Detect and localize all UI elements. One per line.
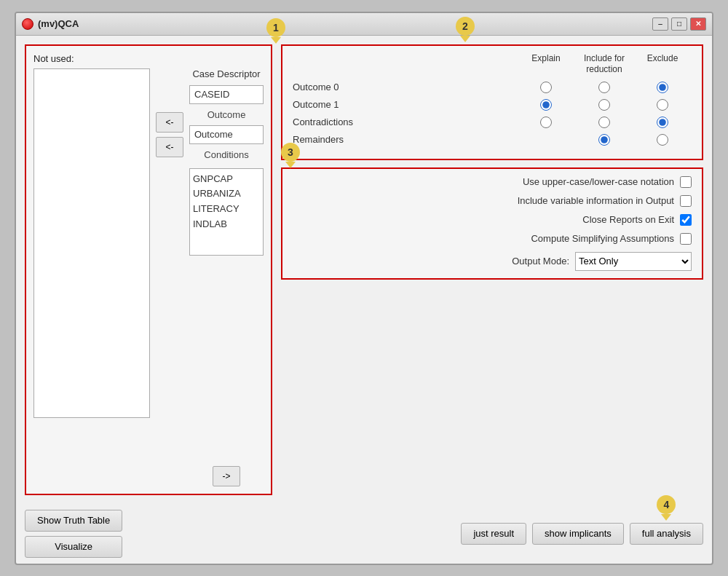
callout-1-group: 1 bbox=[266, 18, 285, 44]
outcome1-explain-radio[interactable] bbox=[540, 99, 552, 111]
option2-checkbox[interactable] bbox=[680, 195, 692, 207]
radio-row-contradictions: Contradictions bbox=[293, 117, 692, 128]
remainders-include-radio[interactable] bbox=[598, 134, 610, 146]
case-descriptor-label: Case Descriptor bbox=[189, 68, 264, 79]
contradictions-explain-radio[interactable] bbox=[540, 117, 552, 128]
option3-checkbox[interactable] bbox=[680, 214, 692, 226]
radio-header: Explain Include for reduction Exclude bbox=[293, 53, 692, 76]
outcome1-exclude-col bbox=[633, 99, 692, 111]
option-row-1: Use upper-case/lower-case notation bbox=[293, 176, 692, 188]
not-used-label: Not used: bbox=[33, 53, 264, 64]
contradictions-include-radio[interactable] bbox=[598, 117, 610, 128]
maximize-button[interactable]: □ bbox=[671, 17, 687, 31]
header-explain: Explain bbox=[517, 53, 575, 76]
not-used-list[interactable] bbox=[33, 68, 150, 418]
move-left-btn-1[interactable]: <- bbox=[156, 112, 183, 133]
options-section: 3 Use upper-case/lower-case notation Inc… bbox=[281, 167, 703, 280]
outcome1-include-col bbox=[575, 99, 633, 111]
option1-checkbox[interactable] bbox=[680, 176, 692, 188]
outcome1-explain-col bbox=[517, 99, 575, 111]
condition-indlab: INDLAB bbox=[193, 217, 260, 232]
outcome1-include-radio[interactable] bbox=[598, 99, 610, 111]
header-include: Include for reduction bbox=[575, 53, 633, 76]
outcome0-explain-col bbox=[517, 82, 575, 93]
condition-literacy: LITERACY bbox=[193, 202, 260, 217]
output-mode-select[interactable]: Text Only HTML LaTeX bbox=[575, 252, 692, 271]
show-implicants-button[interactable]: show implicants bbox=[532, 523, 624, 545]
full-analysis-button[interactable]: full analysis bbox=[630, 523, 703, 545]
contradictions-exclude-col bbox=[633, 117, 692, 128]
condition-gnpcap: GNPCAP bbox=[193, 172, 260, 187]
contradictions-exclude-radio[interactable] bbox=[657, 117, 668, 128]
condition-urbaniza: URBANIZA bbox=[193, 186, 260, 202]
option1-label: Use upper-case/lower-case notation bbox=[523, 176, 674, 187]
callout-1-pointer bbox=[271, 37, 281, 44]
header-exclude: Exclude bbox=[633, 53, 692, 76]
outcome1-exclude-radio[interactable] bbox=[657, 99, 668, 111]
outcome0-exclude-radio[interactable] bbox=[657, 82, 668, 93]
title-left: (mv)QCA bbox=[22, 18, 79, 30]
main-content: Not used: <- <- Case Descriptor CASEID O… bbox=[16, 36, 712, 504]
remainders-label: Remainders bbox=[293, 134, 517, 145]
outcome0-exclude-col bbox=[633, 82, 692, 93]
window-controls: – □ ✕ bbox=[652, 17, 706, 31]
option-row-3: Close Reports on Exit bbox=[293, 214, 692, 226]
option4-checkbox[interactable] bbox=[680, 233, 692, 245]
arrow-buttons-left: <- <- bbox=[156, 68, 183, 486]
callout-badge-2: 2 bbox=[456, 17, 475, 36]
contradictions-include-col bbox=[575, 117, 633, 128]
descriptor-area: Case Descriptor CASEID Outcome Outcome C… bbox=[189, 68, 264, 486]
window-title: (mv)QCA bbox=[38, 18, 79, 29]
callout-2-group: 2 bbox=[456, 17, 475, 42]
bottom-left-buttons: Show Truth Table Visualize bbox=[25, 510, 122, 558]
bottom-right-buttons: just result show implicants 4 full analy… bbox=[461, 523, 703, 545]
visualize-button[interactable]: Visualize bbox=[25, 536, 122, 558]
callout-2-pointer bbox=[460, 36, 470, 42]
outcome0-explain-radio[interactable] bbox=[540, 82, 552, 93]
output-mode-row: Output Mode: Text Only HTML LaTeX bbox=[293, 252, 692, 271]
callout-badge-3: 3 bbox=[281, 143, 300, 162]
callout-4-pointer bbox=[661, 514, 671, 521]
left-panel: Not used: <- <- Case Descriptor CASEID O… bbox=[25, 44, 272, 495]
right-panel: 2 Explain Include for reduction Exclude … bbox=[281, 44, 703, 495]
callout-4-group: 4 bbox=[657, 495, 676, 521]
callout-badge-1: 1 bbox=[266, 18, 285, 37]
app-icon bbox=[22, 18, 33, 30]
move-left-btn-2[interactable]: <- bbox=[156, 137, 183, 157]
output-mode-label: Output Mode: bbox=[512, 256, 569, 267]
option-row-2: Include variable information in Output bbox=[293, 195, 692, 207]
left-inner: <- <- Case Descriptor CASEID Outcome Out… bbox=[33, 68, 264, 486]
radio-row-remainders: Remainders bbox=[293, 134, 692, 146]
outcome1-label: Outcome 1 bbox=[293, 99, 517, 110]
option4-label: Compute Simplifying Assumptions bbox=[531, 233, 674, 244]
remainders-include-col bbox=[575, 134, 633, 146]
bottom-bar: Show Truth Table Visualize just result s… bbox=[16, 504, 712, 564]
radio-row-outcome1: Outcome 1 bbox=[293, 99, 692, 111]
just-result-button[interactable]: just result bbox=[461, 523, 526, 545]
conditions-list[interactable]: GNPCAP URBANIZA LITERACY INDLAB bbox=[189, 168, 264, 256]
contradictions-label: Contradictions bbox=[293, 117, 517, 127]
show-truth-table-button[interactable]: Show Truth Table bbox=[25, 510, 122, 532]
close-button[interactable]: ✕ bbox=[690, 17, 706, 31]
outcome0-label: Outcome 0 bbox=[293, 82, 517, 92]
outcome0-include-radio[interactable] bbox=[598, 82, 610, 93]
remainders-exclude-col bbox=[633, 134, 692, 146]
main-window: (mv)QCA – □ ✕ Not used: <- <- Case Des bbox=[15, 12, 713, 565]
caseid-field[interactable]: CASEID bbox=[189, 85, 264, 104]
outcome0-include-col bbox=[575, 82, 633, 93]
conditions-label: Conditions bbox=[189, 147, 264, 162]
remainders-exclude-radio[interactable] bbox=[657, 134, 668, 146]
option-row-4: Compute Simplifying Assumptions bbox=[293, 233, 692, 245]
option3-label: Close Reports on Exit bbox=[582, 214, 674, 225]
title-bar: (mv)QCA – □ ✕ bbox=[16, 13, 712, 36]
callout-3-pointer bbox=[285, 162, 296, 168]
spacer bbox=[281, 287, 703, 495]
radio-section: Explain Include for reduction Exclude Ou… bbox=[281, 44, 703, 160]
minimize-button[interactable]: – bbox=[652, 17, 668, 31]
contradictions-explain-col bbox=[517, 117, 575, 128]
move-right-btn[interactable]: -> bbox=[213, 466, 240, 486]
radio-row-outcome0: Outcome 0 bbox=[293, 82, 692, 93]
outcome-static-label: Outcome bbox=[189, 107, 264, 122]
outcome-field[interactable]: Outcome bbox=[189, 125, 264, 144]
callout-4-wrapper: 4 full analysis bbox=[630, 523, 703, 545]
